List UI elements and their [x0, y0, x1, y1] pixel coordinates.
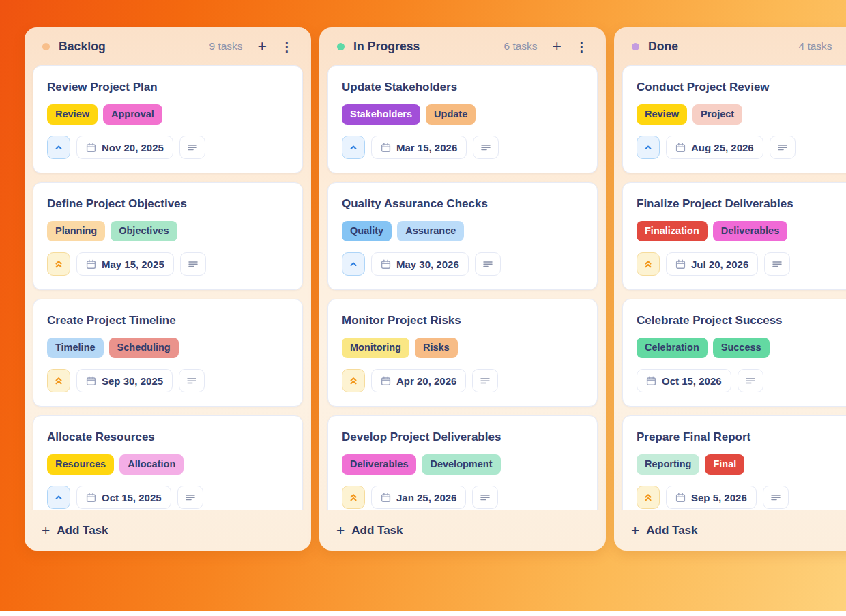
- column-header: In Progress 6 tasks + ⋮: [319, 27, 606, 65]
- column-status-dot-icon: [42, 43, 50, 50]
- description-chip: [738, 369, 763, 392]
- card-meta-row: May 15, 2025: [47, 252, 289, 276]
- add-task-label: Add Task: [57, 524, 108, 538]
- double-chevron-up-icon: [643, 492, 654, 503]
- description-chip: [177, 486, 203, 509]
- calendar-icon: [381, 259, 391, 269]
- tag-list: Monitoring Risks: [342, 338, 583, 358]
- card-list: Conduct Project Review Review Project Au…: [614, 65, 846, 510]
- add-card-plus-icon[interactable]: +: [553, 39, 561, 55]
- description-lines-icon: [480, 493, 491, 502]
- column-status-dot-icon: [337, 43, 345, 50]
- priority-medium-chip: [342, 252, 365, 276]
- due-date: May 15, 2025: [102, 259, 164, 270]
- description-chip: [180, 252, 206, 276]
- priority-high-chip: [342, 369, 365, 392]
- card-meta-row: Nov 20, 2025: [47, 136, 289, 159]
- tag: Deliverables: [713, 221, 787, 241]
- due-date-chip: Nov 20, 2025: [76, 136, 173, 159]
- due-date: May 30, 2026: [396, 259, 459, 270]
- due-date: Jul 20, 2026: [691, 259, 748, 270]
- due-date: Sep 30, 2025: [102, 375, 163, 387]
- double-chevron-up-icon: [643, 259, 654, 269]
- tag: Scheduling: [109, 338, 179, 358]
- card-title: Review Project Plan: [47, 80, 289, 95]
- tag-list: Planning Objectives: [47, 221, 289, 241]
- task-card[interactable]: Finalize Project Deliverables Finalizati…: [622, 182, 846, 290]
- tag: Update: [426, 104, 476, 125]
- chevron-up-icon: [643, 142, 654, 153]
- tag: Allocation: [119, 454, 184, 475]
- task-card[interactable]: Monitor Project Risks Monitoring Risks A…: [327, 299, 598, 407]
- priority-medium-chip: [47, 136, 70, 159]
- task-card[interactable]: Conduct Project Review Review Project Au…: [622, 65, 846, 173]
- tag: Final: [705, 454, 744, 475]
- task-card[interactable]: Develop Project Deliverables Deliverable…: [327, 415, 598, 510]
- double-chevron-up-icon: [348, 375, 359, 386]
- tag: Risks: [415, 338, 458, 358]
- tag: Planning: [47, 221, 105, 241]
- column-in-progress: In Progress 6 tasks + ⋮ Update Stakehold…: [319, 27, 606, 551]
- add-task-button[interactable]: + Add Task: [319, 510, 606, 551]
- description-lines-icon: [185, 493, 196, 502]
- column-task-count: 9 tasks: [209, 40, 242, 53]
- task-card[interactable]: Allocate Resources Resources Allocation …: [33, 415, 303, 510]
- calendar-icon: [381, 376, 391, 386]
- description-chip: [473, 136, 499, 159]
- due-date-chip: Sep 30, 2025: [76, 369, 173, 392]
- description-chip: [475, 252, 501, 276]
- double-chevron-up-icon: [53, 375, 64, 386]
- task-card[interactable]: Quality Assurance Checks Quality Assuran…: [327, 182, 598, 290]
- description-lines-icon: [186, 376, 197, 385]
- priority-high-chip: [637, 252, 660, 276]
- column-status-dot-icon: [632, 43, 639, 50]
- tag: Resources: [47, 454, 114, 475]
- task-card[interactable]: Define Project Objectives Planning Objec…: [33, 182, 303, 290]
- task-card[interactable]: Celebrate Project Success Celebration Su…: [622, 299, 846, 407]
- column-done: Done 4 tasks + ⋮ Conduct Project Review …: [614, 27, 846, 551]
- card-meta-row: Jan 25, 2026: [342, 486, 583, 509]
- task-card[interactable]: Prepare Final Report Reporting Final Sep…: [622, 415, 846, 510]
- description-chip: [763, 486, 789, 509]
- description-chip: [764, 252, 790, 276]
- kebab-menu-icon[interactable]: ⋮: [575, 40, 588, 53]
- due-date-chip: Jan 25, 2026: [371, 486, 466, 509]
- card-title: Update Stakeholders: [342, 80, 583, 95]
- tag: Success: [713, 338, 770, 358]
- tag: Monitoring: [342, 338, 409, 358]
- due-date-chip: Oct 15, 2026: [637, 369, 731, 392]
- kebab-menu-icon[interactable]: ⋮: [280, 40, 293, 53]
- tag: Stakeholders: [342, 104, 420, 125]
- due-date: Sep 5, 2026: [691, 492, 747, 503]
- calendar-icon: [381, 143, 391, 153]
- priority-medium-chip: [637, 136, 660, 159]
- column-title: In Progress: [353, 40, 420, 54]
- calendar-icon: [381, 493, 391, 503]
- add-task-button[interactable]: + Add Task: [614, 510, 846, 551]
- priority-high-chip: [47, 252, 70, 276]
- tag-list: Reporting Final: [637, 454, 846, 475]
- column-header: Done 4 tasks + ⋮: [614, 27, 846, 65]
- description-chip: [179, 136, 205, 159]
- column-backlog: Backlog 9 tasks + ⋮ Review Project Plan …: [25, 27, 311, 551]
- description-chip: [770, 136, 796, 159]
- tag: Development: [422, 454, 500, 475]
- card-meta-row: Sep 30, 2025: [47, 369, 289, 392]
- add-task-button[interactable]: + Add Task: [25, 510, 311, 551]
- tag-list: Review Approval: [47, 104, 289, 125]
- task-card[interactable]: Update Stakeholders Stakeholders Update …: [327, 65, 598, 173]
- due-date: Mar 15, 2026: [396, 142, 457, 153]
- card-title: Create Project Timeline: [47, 313, 289, 328]
- due-date-chip: Jul 20, 2026: [666, 252, 758, 276]
- tag-list: Stakeholders Update: [342, 104, 583, 125]
- calendar-icon: [86, 493, 96, 503]
- add-card-plus-icon[interactable]: +: [258, 39, 267, 55]
- card-title: Monitor Project Risks: [342, 313, 583, 328]
- calendar-icon: [675, 143, 686, 153]
- due-date-chip: Mar 15, 2026: [371, 136, 467, 159]
- task-card[interactable]: Create Project Timeline Timeline Schedul…: [33, 299, 303, 407]
- card-title: Finalize Project Deliverables: [637, 196, 846, 211]
- task-card[interactable]: Review Project Plan Review Approval Nov …: [33, 65, 303, 173]
- description-lines-icon: [745, 376, 756, 385]
- description-chip: [179, 369, 205, 392]
